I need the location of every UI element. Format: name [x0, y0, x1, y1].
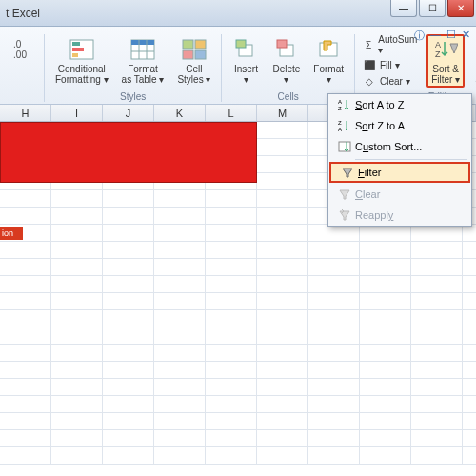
delete-label: Delete ▾: [272, 64, 300, 85]
app-title: t Excel: [0, 7, 40, 20]
styles-group-label: Styles: [120, 91, 146, 102]
col-i[interactable]: I: [51, 105, 103, 121]
cond-fmt-icon: [69, 37, 95, 62]
cell-styles-label: Cell Styles ▾: [177, 64, 210, 85]
conditional-formatting-button[interactable]: Conditional Formatting ▾: [52, 34, 111, 88]
menu-clear: Clear: [328, 184, 471, 205]
svg-rect-2: [72, 48, 84, 51]
sort-filter-label: Sort & Filter ▾: [431, 64, 460, 85]
find-select-button[interactable]: Find & Select ▾: [472, 34, 476, 88]
number-format-button[interactable]: .0.00: [4, 34, 36, 65]
menu-sort-az[interactable]: AZ SSort A to Zort A to Z: [328, 94, 471, 115]
svg-rect-10: [195, 40, 206, 49]
sigma-icon: Σ: [363, 38, 374, 51]
editing-small-buttons: ΣAutoSum ▾ ⬛Fill ▾ ◇Clear ▾: [363, 34, 419, 88]
red-small-tag: ion: [0, 227, 23, 240]
col-j[interactable]: J: [103, 105, 154, 121]
svg-rect-12: [195, 50, 206, 59]
menu-separator: [355, 159, 467, 160]
window-controls: — ☐ ✕: [388, 0, 474, 17]
custom-sort-icon: [334, 140, 355, 153]
clear-button[interactable]: ◇Clear ▾: [363, 74, 419, 88]
ribbon-group-styles: Conditional Formatting ▾ Format as Table…: [45, 34, 222, 102]
svg-rect-16: [277, 40, 287, 48]
fmt-table-icon: [129, 37, 156, 62]
col-h[interactable]: H: [0, 105, 51, 121]
cell-styles-button[interactable]: Cell Styles ▾: [174, 34, 213, 88]
format-label: Format ▾: [313, 64, 344, 85]
svg-text:Z: Z: [338, 120, 342, 126]
cell-styles-icon: [181, 37, 208, 62]
format-button[interactable]: Format ▾: [310, 34, 347, 88]
number-icon: .0.00: [7, 37, 33, 62]
format-icon: [315, 37, 342, 62]
svg-rect-3: [72, 53, 78, 57]
col-k[interactable]: K: [154, 105, 206, 121]
red-fill-block: [0, 122, 257, 183]
clear-filter-icon: [334, 188, 355, 201]
sort-az-icon: AZ: [334, 98, 355, 111]
ribbon-min-icon[interactable]: —: [430, 29, 441, 43]
fmt-table-label: Format as Table ▾: [122, 64, 165, 85]
svg-text:A: A: [338, 127, 342, 132]
svg-rect-1: [72, 42, 80, 46]
menu-sort-za[interactable]: ZA Sort Z to A: [328, 115, 471, 136]
col-m[interactable]: M: [257, 105, 308, 121]
ribbon-group-cells: Insert ▾ Delete ▾ Format ▾ Cells: [222, 34, 355, 102]
delete-button[interactable]: Delete ▾: [269, 34, 303, 88]
format-as-table-button[interactable]: Format as Table ▾: [119, 34, 168, 88]
col-l[interactable]: L: [206, 105, 257, 121]
menu-custom-sort[interactable]: Custom Sort...: [328, 136, 471, 157]
window-restore-icon[interactable]: ☐: [446, 29, 456, 43]
delete-icon: [273, 37, 300, 62]
sort-za-icon: ZA: [334, 119, 355, 132]
ribbon-group-editing: ΣAutoSum ▾ ⬛Fill ▾ ◇Clear ▾ AZ Sort & Fi…: [355, 34, 476, 102]
autosum-button[interactable]: ΣAutoSum ▾: [363, 34, 419, 55]
fill-button[interactable]: ⬛Fill ▾: [363, 58, 419, 71]
insert-button[interactable]: Insert ▾: [229, 34, 262, 88]
maximize-button[interactable]: ☐: [419, 0, 446, 17]
close-button[interactable]: ✕: [447, 0, 474, 17]
svg-rect-11: [183, 50, 193, 59]
titlebar: t Excel — ☐ ✕: [0, 0, 476, 27]
svg-rect-5: [131, 40, 154, 45]
reapply-icon: [334, 208, 355, 222]
cond-fmt-label: Conditional Formatting ▾: [55, 64, 109, 85]
help-row: ⓘ — ☐ ✕: [414, 29, 470, 43]
menu-reapply: Reapply: [328, 205, 471, 226]
minimize-button[interactable]: —: [390, 0, 417, 17]
svg-rect-9: [183, 40, 193, 49]
svg-text:A: A: [338, 99, 342, 105]
svg-text:Z: Z: [338, 106, 342, 111]
filter-icon: [337, 166, 358, 179]
ribbon-group-leftedge: .0.00: [4, 34, 45, 102]
cells-group-label: Cells: [278, 91, 299, 102]
menu-filter[interactable]: Filter: [329, 162, 470, 183]
svg-text:Z: Z: [435, 50, 441, 59]
insert-icon: [232, 37, 259, 62]
help-icon[interactable]: ⓘ: [414, 29, 425, 43]
fill-icon: ⬛: [363, 58, 376, 71]
svg-rect-14: [236, 40, 246, 48]
sort-filter-menu: AZ SSort A to Zort A to Z ZA Sort Z to A…: [327, 93, 472, 227]
insert-label: Insert ▾: [234, 64, 258, 85]
eraser-icon: ◇: [363, 74, 376, 88]
close-doc-icon[interactable]: ✕: [462, 29, 470, 43]
